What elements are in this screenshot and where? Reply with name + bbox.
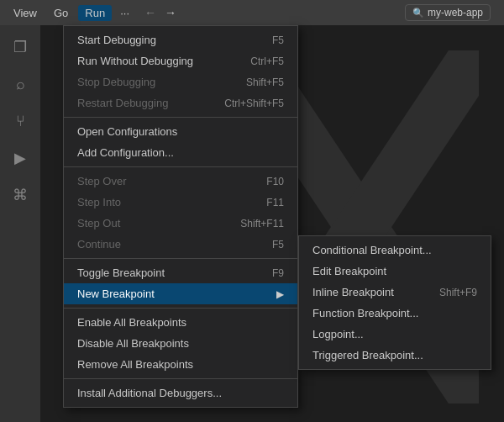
menu-item-shortcut: F5 <box>272 34 284 46</box>
menu-item-run-without-debugging[interactable]: Run Without Debugging Ctrl+F5 <box>64 50 297 71</box>
menu-item-label: Enable All Breakpoints <box>77 316 186 329</box>
search-icon: 🔍 <box>412 8 424 18</box>
menu-item-shortcut: Shift+F5 <box>246 76 284 88</box>
submenu-item-shortcut: Shift+F9 <box>439 287 477 298</box>
menu-bar: View Go Run ··· ← → 🔍 my-web-app <box>0 0 504 25</box>
menu-item-label: Install Additional Debuggers... <box>77 387 222 399</box>
menu-item-shortcut: F5 <box>272 239 284 251</box>
separator-2 <box>64 166 297 167</box>
menu-item-label: Disable All Breakpoints <box>77 337 189 350</box>
submenu-item-logpoint[interactable]: Logpoint... <box>299 324 491 345</box>
separator-3 <box>64 258 297 259</box>
new-breakpoint-submenu: Conditional Breakpoint... Edit Breakpoin… <box>298 235 491 370</box>
submenu-item-edit-breakpoint[interactable]: Edit Breakpoint <box>299 261 491 282</box>
menu-item-disable-all-breakpoints[interactable]: Disable All Breakpoints <box>64 333 297 354</box>
sidebar-git-icon[interactable]: ⑂ <box>5 106 35 136</box>
separator-1 <box>64 117 297 118</box>
menu-item-label: New Breakpoint <box>77 287 155 300</box>
menu-item-shortcut: F11 <box>266 197 284 208</box>
submenu-item-label: Function Breakpoint... <box>312 307 418 319</box>
menu-more[interactable]: ··· <box>115 5 134 21</box>
run-dropdown-menu: Start Debugging F5 Run Without Debugging… <box>63 25 298 408</box>
sidebar-files-icon[interactable]: ❐ <box>5 32 35 62</box>
menu-item-label: Step Into <box>77 196 121 208</box>
separator-5 <box>64 378 297 379</box>
submenu-item-label: Triggered Breakpoint... <box>312 349 423 361</box>
sidebar-debug-icon[interactable]: ▶ <box>5 143 35 173</box>
menu-item-start-debugging[interactable]: Start Debugging F5 <box>64 29 297 50</box>
menu-item-label: Toggle Breakpoint <box>77 266 165 279</box>
search-bar[interactable]: 🔍 my-web-app <box>405 4 491 21</box>
submenu-item-label: Logpoint... <box>312 328 364 340</box>
sidebar-search-icon[interactable]: ⌕ <box>5 69 35 99</box>
submenu-item-label: Edit Breakpoint <box>312 265 386 277</box>
submenu-item-function-breakpoint[interactable]: Function Breakpoint... <box>299 303 491 324</box>
menu-item-label: Continue <box>77 238 121 251</box>
menu-item-label: Add Configuration... <box>77 146 174 159</box>
menu-item-label: Step Over <box>77 175 127 187</box>
menu-item-restart-debugging: Restart Debugging Ctrl+Shift+F5 <box>64 92 297 113</box>
menu-item-toggle-breakpoint[interactable]: Toggle Breakpoint F9 <box>64 262 297 283</box>
menu-item-label: Remove All Breakpoints <box>77 358 193 371</box>
sidebar: ❐ ⌕ ⑂ ▶ ⌘ <box>0 25 40 422</box>
submenu-item-label: Inline Breakpoint <box>312 286 394 298</box>
menu-item-stop-debugging: Stop Debugging Shift+F5 <box>64 71 297 92</box>
search-text: my-web-app <box>428 7 483 18</box>
separator-4 <box>64 308 297 309</box>
menu-item-new-breakpoint[interactable]: New Breakpoint ▶ <box>64 283 297 304</box>
menu-item-label: Start Debugging <box>77 34 156 46</box>
menu-item-step-out: Step Out Shift+F11 <box>64 213 297 234</box>
menu-item-enable-all-breakpoints[interactable]: Enable All Breakpoints <box>64 312 297 333</box>
nav-back[interactable]: ← <box>141 4 160 21</box>
menu-item-open-configurations[interactable]: Open Configurations <box>64 121 297 142</box>
nav-forward[interactable]: → <box>161 4 180 21</box>
submenu-item-conditional-breakpoint[interactable]: Conditional Breakpoint... <box>299 240 491 261</box>
menu-item-continue: Continue F5 <box>64 234 297 255</box>
menu-item-label: Step Out <box>77 217 120 229</box>
submenu-item-inline-breakpoint[interactable]: Inline Breakpoint Shift+F9 <box>299 282 491 303</box>
submenu-item-triggered-breakpoint[interactable]: Triggered Breakpoint... <box>299 345 491 366</box>
menu-item-remove-all-breakpoints[interactable]: Remove All Breakpoints <box>64 354 297 375</box>
menu-item-label: Restart Debugging <box>77 97 168 109</box>
menu-go[interactable]: Go <box>47 5 75 21</box>
menu-item-add-configuration[interactable]: Add Configuration... <box>64 142 297 163</box>
menu-item-shortcut: F9 <box>272 267 284 279</box>
submenu-arrow-icon: ▶ <box>276 288 284 300</box>
menu-item-label: Run Without Debugging <box>77 55 193 67</box>
menu-item-install-additional-debuggers[interactable]: Install Additional Debuggers... <box>64 382 297 404</box>
sidebar-extensions-icon[interactable]: ⌘ <box>5 180 35 210</box>
menu-item-shortcut: F10 <box>266 176 284 187</box>
menu-item-shortcut: Ctrl+F5 <box>250 55 284 67</box>
menu-view[interactable]: View <box>7 5 44 21</box>
menu-item-step-over: Step Over F10 <box>64 171 297 192</box>
menu-run[interactable]: Run <box>78 5 112 21</box>
nav-buttons: ← → <box>141 4 180 21</box>
menu-item-label: Open Configurations <box>77 125 177 138</box>
submenu-item-label: Conditional Breakpoint... <box>312 244 432 256</box>
menu-item-step-into: Step Into F11 <box>64 192 297 213</box>
menu-item-label: Stop Debugging <box>77 76 155 88</box>
menu-item-shortcut: Ctrl+Shift+F5 <box>224 98 284 109</box>
menu-item-shortcut: Shift+F11 <box>240 218 284 229</box>
